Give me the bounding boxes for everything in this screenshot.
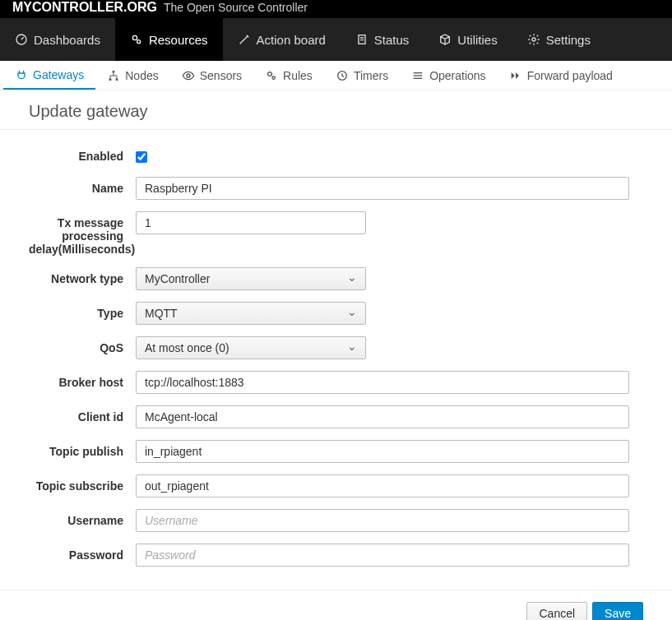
topic-publish-label: Topic publish [29,440,136,458]
svg-rect-14 [414,77,423,78]
nav-secondary: Gateways Nodes Sensors Rules Timers Oper… [0,61,672,90]
brand-name: MYCONTROLLER.ORG [12,0,157,14]
select-value: At most once (0) [145,341,229,354]
nav-action-board[interactable]: Action board [223,18,341,61]
form-actions: Cancel Save [0,590,672,620]
svg-point-2 [137,40,141,44]
tx-delay-input[interactable] [136,211,366,234]
svg-rect-13 [414,75,423,76]
password-label: Password [29,544,136,562]
name-input[interactable] [136,177,629,200]
subnav-forward-payload[interactable]: Forward payload [498,61,624,90]
clock-icon [336,69,349,82]
topic-subscribe-input[interactable] [136,474,629,497]
subnav-label: Timers [354,69,388,82]
eye-icon [182,69,195,82]
nav-label: Resources [149,33,208,47]
page-title: Update gateway [0,90,672,130]
subnav-label: Gateways [33,68,84,81]
subnav-operations[interactable]: Operations [400,61,497,90]
network-type-select[interactable]: MyController [136,267,366,290]
sitemap-icon [107,69,120,82]
svg-point-1 [132,35,137,39]
file-icon [355,33,368,46]
dashboard-icon [15,33,28,46]
nav-status[interactable]: Status [341,18,424,61]
svg-rect-6 [109,78,112,81]
network-type-label: Network type [29,267,136,285]
gateway-form: Enabled Name Tx message processing delay… [0,130,672,590]
brand-tagline: The Open Source Controller [164,1,308,14]
subnav-sensors[interactable]: Sensors [170,61,253,90]
subnav-timers[interactable]: Timers [324,61,400,90]
plug-icon [15,68,28,81]
name-label: Name [29,177,136,195]
save-button[interactable]: Save [592,602,643,620]
client-id-label: Client id [29,405,136,423]
nav-label: Dashboards [34,33,100,47]
qos-label: QoS [29,336,136,354]
subnav-label: Rules [283,69,313,82]
enabled-checkbox[interactable] [136,151,147,163]
nav-resources[interactable]: Resources [115,18,223,61]
nav-label: Utilities [457,33,497,47]
subnav-gateways[interactable]: Gateways [3,61,95,90]
nav-label: Action board [257,33,326,47]
password-input[interactable] [136,544,629,567]
topic-subscribe-label: Topic subscribe [29,474,136,493]
forward-icon [509,69,522,82]
gears-sm-icon [265,69,278,82]
nav-primary: Dashboards Resources Action board Status… [0,18,672,61]
username-input[interactable] [136,509,629,532]
subnav-rules[interactable]: Rules [253,61,324,90]
topic-publish-input[interactable] [136,440,629,463]
header-bar: MYCONTROLLER.ORG The Open Source Control… [0,0,672,18]
svg-point-10 [272,76,275,79]
subnav-label: Nodes [125,69,158,82]
nav-utilities[interactable]: Utilities [424,18,512,61]
svg-rect-12 [414,72,423,73]
type-label: Type [29,302,136,320]
select-value: MyController [145,272,210,285]
svg-point-9 [268,72,272,76]
wand-icon [238,33,251,46]
subnav-label: Sensors [200,69,242,82]
select-value: MQTT [145,307,178,320]
svg-rect-7 [116,78,118,81]
type-select[interactable]: MQTT [136,302,366,325]
subnav-nodes[interactable]: Nodes [95,61,169,90]
username-label: Username [29,509,136,527]
nav-dashboards[interactable]: Dashboards [0,18,115,61]
svg-point-4 [532,38,535,41]
broker-host-label: Broker host [29,371,136,389]
gear-icon [527,33,540,46]
list-icon [411,69,424,82]
enabled-label: Enabled [29,145,136,163]
client-id-input[interactable] [136,405,629,428]
nav-label: Status [374,33,410,47]
broker-host-input[interactable] [136,371,629,394]
subnav-label: Forward payload [527,69,613,82]
svg-point-8 [187,74,190,77]
subnav-label: Operations [429,69,485,82]
nav-label: Settings [546,33,591,47]
nav-settings[interactable]: Settings [512,18,605,61]
tx-delay-label: Tx message processing delay(Milliseconds… [29,211,136,256]
svg-rect-5 [113,71,115,73]
qos-select[interactable]: At most once (0) [136,336,366,359]
gears-icon [130,33,143,46]
cancel-button[interactable]: Cancel [526,602,587,620]
cube-icon [438,33,452,46]
